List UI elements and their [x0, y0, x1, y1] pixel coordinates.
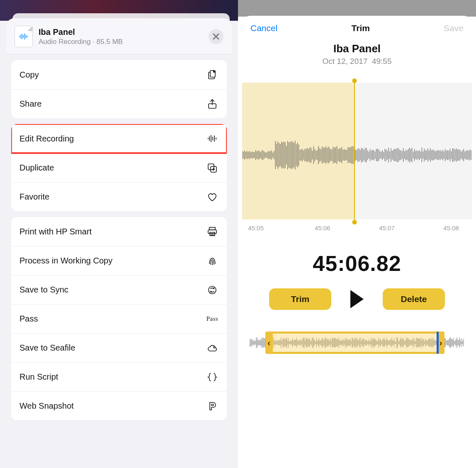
svg-rect-5: [208, 230, 216, 234]
action-duplicate[interactable]: Duplicate: [11, 153, 227, 182]
scrubber-selection: [269, 332, 441, 353]
sync-icon: [206, 284, 219, 296]
waveform-icon: [242, 141, 472, 170]
copy-icon: [206, 68, 219, 81]
play-button[interactable]: [350, 290, 364, 308]
action-save-to-sync[interactable]: Save to Sync: [11, 275, 227, 304]
close-icon: [213, 33, 219, 40]
share-sheet-pane: Iba Panel Audio Recording · 85.5 MB Copy…: [0, 0, 238, 468]
action-label: Pass: [19, 314, 38, 324]
scrubber[interactable]: ‹ ›: [250, 331, 464, 355]
action-favorite[interactable]: Favorite: [11, 182, 227, 211]
action-edit-recording[interactable]: Edit Recording: [11, 124, 227, 153]
share-icon: [206, 98, 219, 110]
braces-icon: [206, 371, 219, 383]
current-time: 45:06.82: [242, 251, 472, 276]
trim-sheet: Cancel Trim Save Iba Panel Oct 12, 2017 …: [242, 16, 472, 468]
action-label: Favorite: [19, 192, 49, 202]
action-label: Run Script: [19, 372, 58, 382]
time-tick: 45:07: [379, 224, 395, 232]
action-label: Copy: [19, 70, 39, 80]
action-web-snapshot[interactable]: Web Snapshot: [11, 391, 227, 420]
cloud-icon: [206, 342, 219, 354]
action-label: Web Snapshot: [19, 401, 74, 411]
playhead[interactable]: [354, 81, 355, 222]
svg-point-8: [214, 346, 215, 348]
recording-meta: Oct 12, 2017 49:55: [242, 57, 472, 66]
action-group: CopyShare: [11, 60, 227, 118]
scrubber-bottom-rail: [269, 352, 441, 354]
share-sheet-header: Iba Panel Audio Recording · 85.5 MB: [6, 18, 232, 54]
scrubber-top-rail: [269, 332, 441, 334]
action-group: Print with HP SmartProcess in Working Co…: [11, 217, 227, 420]
duplicate-icon: [206, 162, 219, 174]
time-tick: 45:06: [315, 224, 330, 232]
action-label: Save to Sync: [19, 285, 68, 295]
svg-rect-4: [209, 227, 215, 230]
waveform-area[interactable]: 45:05 45:06 45:07 45:08: [242, 83, 472, 237]
action-save-to-seafile[interactable]: Save to Seafile: [11, 333, 227, 362]
action-run-script[interactable]: Run Script: [11, 362, 227, 391]
action-label: Edit Recording: [19, 134, 74, 144]
action-group: Edit RecordingDuplicateFavorite: [11, 124, 227, 211]
action-copy[interactable]: Copy: [11, 60, 227, 89]
waveform-icon: [206, 132, 219, 145]
action-label: Save to Seafile: [19, 343, 75, 353]
action-label: Process in Working Copy: [19, 256, 112, 266]
svg-point-7: [209, 286, 216, 294]
action-pass[interactable]: PassPass: [11, 304, 227, 333]
trim-controls: Trim Delete: [242, 288, 472, 310]
nav-title: Trim: [352, 23, 370, 33]
p-icon: [206, 400, 219, 412]
action-print-with-hp-smart[interactable]: Print with HP Smart: [11, 217, 227, 246]
time-ticks: 45:05 45:06 45:07 45:08: [242, 219, 472, 237]
recording-title: Iba Panel: [242, 42, 472, 55]
share-title: Iba Panel: [39, 27, 203, 37]
fingerprint-icon: [206, 255, 219, 267]
action-label: Share: [19, 99, 41, 109]
share-subtitle: Audio Recording · 85.5 MB: [39, 38, 203, 46]
time-tick: 45:08: [443, 224, 459, 232]
save-button[interactable]: Save: [444, 23, 464, 33]
pass-text-icon: Pass: [206, 313, 219, 325]
trim-pane: Cancel Trim Save Iba Panel Oct 12, 2017 …: [238, 0, 476, 468]
trim-button[interactable]: Trim: [269, 288, 331, 310]
action-label: Print with HP Smart: [19, 227, 92, 236]
svg-rect-9: [211, 404, 214, 406]
cancel-button[interactable]: Cancel: [250, 23, 277, 33]
heart-icon: [206, 191, 219, 203]
time-tick: 45:05: [248, 224, 264, 232]
file-audio-icon: [15, 26, 33, 47]
share-sheet: Iba Panel Audio Recording · 85.5 MB Copy…: [6, 18, 232, 468]
action-share[interactable]: Share: [11, 89, 227, 118]
scrubber-handle-left[interactable]: ‹: [265, 332, 273, 354]
background-dim: [238, 0, 476, 17]
printer-icon: [206, 225, 219, 238]
scrubber-cursor[interactable]: [437, 332, 439, 354]
action-label: Duplicate: [19, 163, 54, 173]
action-process-in-working-copy[interactable]: Process in Working Copy: [11, 246, 227, 275]
trim-navbar: Cancel Trim Save: [242, 16, 472, 37]
close-button[interactable]: [209, 29, 223, 44]
delete-button[interactable]: Delete: [383, 288, 445, 310]
